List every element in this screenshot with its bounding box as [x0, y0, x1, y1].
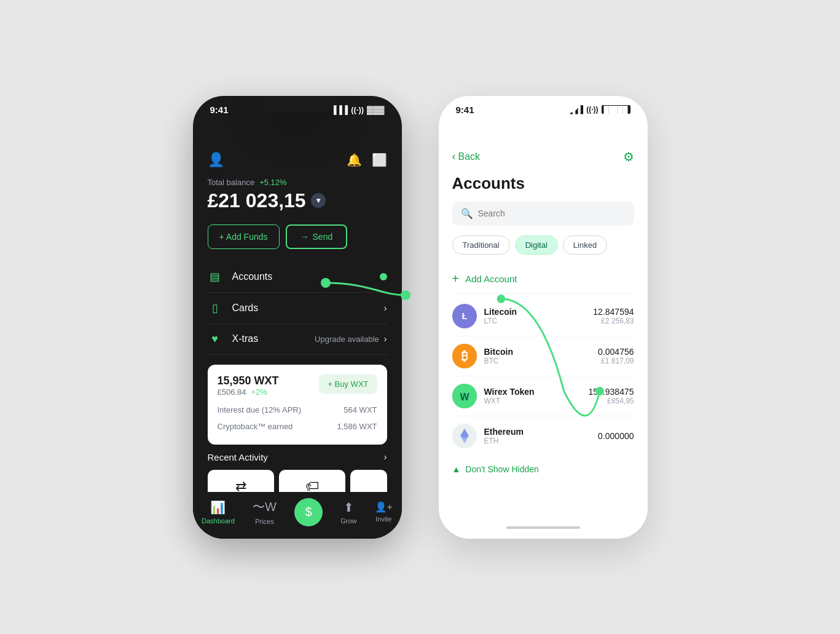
- menu-item-accounts[interactable]: ▤ Accounts: [208, 261, 387, 293]
- wxt-balance: 158.938475: [589, 387, 634, 397]
- cryptoback-label: Cryptoback™ earned: [218, 422, 293, 431]
- dashboard-label: Dashboard: [202, 517, 235, 525]
- wxt-row-cryptoback: Cryptoback™ earned 1,586 WXT: [218, 418, 377, 435]
- wxt-amounts: 158.938475 £854,95: [589, 387, 634, 405]
- signal-icon: ▐▐▐: [331, 105, 348, 114]
- add-plus-icon: +: [452, 272, 460, 286]
- btc-info: Bitcoin BTC: [484, 347, 599, 365]
- accounts-dot: [380, 273, 387, 280]
- xtras-arrow-icon: ›: [384, 334, 387, 344]
- interest-label: Interest due (12% APR): [218, 405, 302, 414]
- filter-digital[interactable]: Digital: [515, 236, 558, 255]
- filter-traditional[interactable]: Traditional: [452, 236, 510, 255]
- light-nav: ‹ Back ⚙: [452, 149, 634, 164]
- filter-linked[interactable]: Linked: [563, 236, 607, 255]
- cards-right: ›: [384, 303, 387, 313]
- send-button[interactable]: → → Send Send: [286, 224, 348, 249]
- home-indicator-light: [506, 526, 580, 534]
- svg-text:W: W: [460, 392, 469, 402]
- arrow-up-icon: ▲: [452, 464, 461, 474]
- settings-gear-icon[interactable]: ⚙: [623, 149, 634, 164]
- balance-chevron[interactable]: ▾: [311, 193, 326, 208]
- recent-header: Recent Activity ›: [208, 452, 387, 462]
- center-icon: $: [305, 505, 312, 519]
- add-account-button[interactable]: + Add Account: [452, 264, 634, 294]
- eth-icon: [452, 424, 477, 448]
- search-input[interactable]: [478, 208, 626, 218]
- ltc-fiat: £2 256,83: [593, 317, 634, 325]
- cards-label: Cards: [232, 303, 384, 314]
- grow-icon: ⬆: [343, 500, 354, 515]
- nav-grow[interactable]: ⬆ Grow: [340, 500, 356, 525]
- interest-value: 564 WXT: [343, 405, 377, 414]
- wifi-icon-light: ((·)): [586, 105, 598, 114]
- xtras-label: X-tras: [232, 333, 315, 344]
- menu-item-cards[interactable]: ▯ Cards ›: [208, 293, 387, 324]
- btc-name: Bitcoin: [484, 347, 599, 357]
- grow-label: Grow: [340, 517, 356, 525]
- left-phone: 9:41 ▐▐▐ ((·)) ▓▓▓ 👤 🔔 ⬜ Total balance: [193, 96, 402, 539]
- btc-amounts: 0.004756 £1 817,09: [598, 347, 634, 365]
- search-icon: 🔍: [461, 208, 473, 220]
- dark-top-bar: 👤 🔔 ⬜: [208, 152, 387, 168]
- right-phone: 9:41 ▐▐▐ ((·)) █████ ‹ Back ⚙ Accounts 🔍: [439, 96, 648, 539]
- right-icons: 🔔 ⬜: [347, 153, 387, 167]
- menu-item-xtras[interactable]: ♥ X-tras Upgrade available ›: [208, 324, 387, 355]
- time-light: 9:41: [456, 105, 474, 115]
- recent-title: Recent Activity: [208, 452, 268, 462]
- svg-text:₿: ₿: [461, 349, 468, 363]
- buy-wxt-button[interactable]: + Buy WXT: [319, 374, 377, 394]
- wxt-amount: 15,950 WXT: [218, 374, 279, 387]
- bottom-nav: 📊 Dashboard 〜W Prices $ ⬆ Grow 👤+ Invite: [193, 492, 402, 539]
- btc-fiat: £1 817,09: [598, 357, 634, 365]
- page-title: Accounts: [452, 174, 634, 193]
- recent-arrow-icon[interactable]: ›: [384, 452, 387, 462]
- cards-arrow-icon: ›: [384, 303, 387, 313]
- wxt-icon: W: [452, 384, 477, 408]
- battery-icon: ▓▓▓: [367, 105, 384, 114]
- time-dark: 9:41: [210, 105, 229, 115]
- balance-section: Total balance +5.12% £21 023,15 ▾: [208, 178, 387, 212]
- add-account-label: Add Account: [465, 274, 517, 284]
- ltc-info: Litecoin LTC: [484, 307, 594, 325]
- wxt-info: Wirex Token WXT: [484, 387, 589, 405]
- menu-items: ▤ Accounts ▯ Cards › ♥ X-tras: [208, 261, 387, 355]
- account-item-eth[interactable]: Ethereum ETH 0.000000: [452, 416, 634, 456]
- bell-icon[interactable]: 🔔: [347, 153, 362, 167]
- wxt-sub: £506.84 +2%: [218, 387, 279, 397]
- battery-icon-light: █████: [602, 105, 630, 114]
- eth-info: Ethereum ETH: [484, 427, 599, 445]
- wxt-card: 15,950 WXT £506.84 +2% + Buy WXT Interes…: [208, 365, 387, 445]
- invite-icon: 👤+: [375, 501, 393, 513]
- wxt-fiat: £854,95: [589, 397, 634, 405]
- account-item-wxt[interactable]: W Wirex Token WXT 158.938475 £854,95: [452, 376, 634, 416]
- prices-label: Prices: [255, 518, 274, 525]
- account-item-btc[interactable]: ₿ Bitcoin BTC 0.004756 £1 817,09: [452, 336, 634, 376]
- ltc-balance: 12.847594: [593, 307, 634, 317]
- nav-center-button[interactable]: $: [294, 498, 323, 526]
- action-buttons: + Add Funds → → Send Send: [208, 224, 387, 249]
- account-item-ltc[interactable]: Ł Litecoin LTC 12.847594 £2 256,83: [452, 296, 634, 336]
- nav-dashboard[interactable]: 📊 Dashboard: [202, 500, 235, 525]
- add-funds-button[interactable]: + Add Funds: [208, 224, 280, 249]
- upgrade-badge: Upgrade available: [315, 335, 379, 344]
- search-box: 🔍: [452, 202, 634, 226]
- balance-amount: £21 023,15 ▾: [208, 189, 387, 212]
- eth-name: Ethereum: [484, 427, 599, 437]
- user-icon[interactable]: 👤: [208, 152, 224, 168]
- eth-ticker: ETH: [484, 437, 599, 445]
- dashboard-icon: 📊: [210, 500, 226, 515]
- accounts-label: Accounts: [232, 271, 380, 282]
- xtras-right: Upgrade available ›: [315, 334, 387, 344]
- wxt-row-interest: Interest due (12% APR) 564 WXT: [218, 402, 377, 418]
- scan-icon[interactable]: ⬜: [372, 153, 387, 167]
- xtras-icon: ♥: [208, 333, 222, 346]
- dont-show-hidden-button[interactable]: ▲ Don't Show Hidden: [452, 456, 634, 483]
- wxt-name: Wirex Token: [484, 387, 589, 397]
- back-chevron-icon: ‹: [452, 150, 456, 163]
- eth-balance: 0.000000: [598, 431, 634, 441]
- back-button[interactable]: ‹ Back: [452, 150, 481, 163]
- btc-balance: 0.004756: [598, 347, 634, 357]
- nav-prices[interactable]: 〜W Prices: [253, 499, 277, 525]
- nav-invite[interactable]: 👤+ Invite: [375, 501, 393, 523]
